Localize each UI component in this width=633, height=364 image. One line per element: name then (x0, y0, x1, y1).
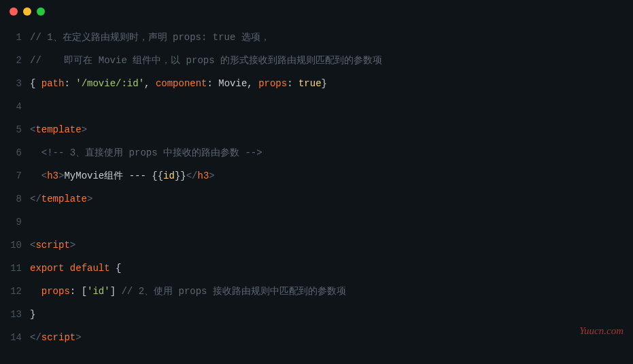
code-token: '/movie/:id' (75, 78, 144, 89)
line-number: 4 (0, 95, 22, 118)
code-token: script (35, 240, 69, 251)
titlebar (0, 0, 633, 23)
code-token (110, 263, 116, 274)
code-token: id (163, 170, 175, 181)
code-token: true (298, 78, 322, 89)
code-token: props (41, 286, 70, 297)
code-token: // 即可在 Movie 组件中，以 props 的形式接收到路由规则匹配到的参… (30, 55, 382, 66)
maximize-icon[interactable] (37, 7, 45, 16)
code-token: , (144, 78, 156, 89)
code-line[interactable]: </script> (30, 326, 633, 349)
line-number: 7 (0, 164, 22, 187)
code-token: <!-- 3、直接使用 props 中接收的路由参数 --> (41, 147, 262, 158)
code-token: // 2、使用 props 接收路由规则中匹配到的参数项 (121, 286, 345, 297)
code-line[interactable]: <script> (30, 234, 633, 257)
code-token: }} (175, 170, 186, 181)
code-token: } (322, 78, 327, 89)
code-token: { (30, 78, 41, 89)
code-line[interactable]: <template> (30, 118, 633, 141)
code-token: h3 (47, 170, 58, 181)
code-token: h3 (198, 170, 209, 181)
code-line[interactable]: } (30, 303, 633, 326)
line-number: 12 (0, 280, 22, 303)
watermark: Yuucn.com (579, 325, 623, 337)
code-line[interactable]: { path: '/movie/:id', component: Movie, … (30, 72, 633, 95)
code-token: </ (30, 194, 41, 204)
code-token: path (41, 78, 65, 89)
line-number: 11 (0, 257, 22, 280)
code-token: { (116, 263, 121, 274)
code-token: MyMovie组件 --- {{ (64, 170, 163, 181)
code-token: : [ (70, 286, 87, 297)
code-token: > (75, 332, 81, 343)
line-number: 10 (0, 234, 22, 257)
code-line[interactable]: <!-- 3、直接使用 props 中接收的路由参数 --> (30, 141, 633, 164)
line-number: 6 (0, 141, 22, 164)
code-token: < (41, 170, 47, 181)
code-token: default (70, 263, 110, 274)
code-token (30, 286, 41, 297)
code-token: </ (30, 332, 41, 343)
code-token: template (41, 194, 87, 204)
code-line[interactable]: // 即可在 Movie 组件中，以 props 的形式接收到路由规则匹配到的参… (30, 49, 633, 72)
code-token: script (41, 332, 75, 343)
code-token: Movie (218, 78, 247, 89)
code-line[interactable] (30, 211, 633, 234)
code-token (30, 147, 41, 158)
code-line[interactable]: // 1、在定义路由规则时，声明 props: true 选项， (30, 26, 633, 49)
code-token: } (30, 309, 35, 320)
code-line[interactable]: </template> (30, 187, 633, 211)
code-token: > (70, 240, 75, 251)
close-icon[interactable] (10, 7, 18, 16)
minimize-icon[interactable] (23, 7, 31, 16)
line-gutter: 1234567891011121314 (0, 26, 30, 349)
line-number: 1 (0, 26, 22, 49)
code-line[interactable] (30, 95, 633, 118)
code-content[interactable]: // 1、在定义路由规则时，声明 props: true 选项，// 即可在 M… (30, 26, 633, 349)
code-token: </ (186, 170, 198, 181)
code-token (30, 170, 41, 181)
code-token: > (87, 194, 92, 204)
code-token: component (156, 78, 207, 89)
line-number: 5 (0, 118, 22, 141)
line-number: 9 (0, 211, 22, 234)
code-line[interactable]: props: ['id'] // 2、使用 props 接收路由规则中匹配到的参… (30, 280, 633, 303)
code-token: , (247, 78, 258, 89)
code-token: > (82, 124, 87, 135)
code-token: // 1、在定义路由规则时，声明 props: true 选项， (30, 32, 270, 43)
line-number: 8 (0, 187, 22, 211)
code-line[interactable]: export default { (30, 257, 633, 280)
code-token: : (287, 78, 298, 89)
code-token: > (209, 170, 214, 181)
code-token: : (207, 78, 219, 89)
line-number: 2 (0, 49, 22, 72)
code-token: export (30, 263, 64, 274)
code-token: template (35, 124, 81, 135)
line-number: 13 (0, 303, 22, 326)
line-number: 3 (0, 72, 22, 95)
code-token: 'id' (87, 286, 110, 297)
code-token: ] (110, 286, 122, 297)
code-editor[interactable]: 1234567891011121314 // 1、在定义路由规则时，声明 pro… (0, 23, 633, 349)
editor-window: 1234567891011121314 // 1、在定义路由规则时，声明 pro… (0, 0, 633, 364)
code-token: props (258, 78, 287, 89)
code-token: : (64, 78, 75, 89)
code-token (64, 263, 69, 274)
code-line[interactable]: <h3>MyMovie组件 --- {{id}}</h3> (30, 164, 633, 187)
line-number: 14 (0, 326, 22, 349)
